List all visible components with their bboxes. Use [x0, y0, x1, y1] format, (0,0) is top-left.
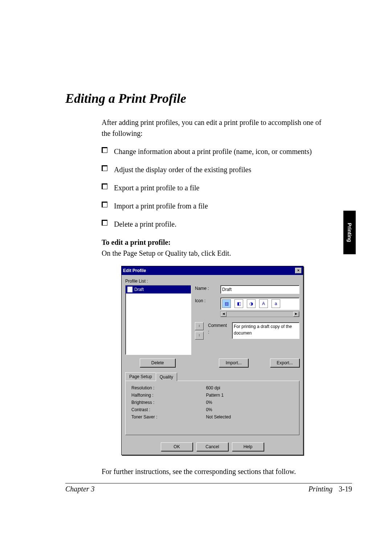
- footer-section: Printing: [309, 485, 333, 493]
- comment-field[interactable]: For printing a draft copy of the documen: [232, 322, 299, 339]
- move-up-button[interactable]: ↕: [195, 322, 204, 330]
- export-button[interactable]: Export...: [270, 358, 299, 367]
- profile-icon-option[interactable]: ◑: [247, 299, 256, 308]
- import-button[interactable]: Import...: [219, 358, 248, 367]
- bullet-text: Delete a print profile.: [114, 220, 176, 228]
- profile-icon-option[interactable]: A: [259, 299, 268, 308]
- profile-listbox[interactable]: Draft: [125, 285, 191, 355]
- scroll-right-icon[interactable]: ►: [293, 312, 299, 317]
- dialog-title: Edit Profile: [123, 267, 146, 274]
- close-icon[interactable]: ×: [295, 268, 302, 274]
- bullet-text: Export a print profile to a file: [114, 184, 199, 192]
- setting-label: Resolution :: [130, 385, 204, 391]
- bullet-icon: [102, 183, 107, 189]
- profile-icon-option[interactable]: a: [271, 299, 280, 308]
- profile-list-label: Profile List :: [125, 278, 299, 284]
- cancel-button[interactable]: Cancel: [196, 442, 228, 451]
- to-edit-instruction: On the Page Setup or Quality tab, click …: [102, 248, 323, 259]
- document-icon: [127, 286, 133, 293]
- profile-icon-option[interactable]: ▤: [222, 299, 231, 308]
- ok-button[interactable]: OK: [161, 442, 193, 451]
- to-edit-heading: To edit a print profile:: [102, 237, 323, 248]
- bullet-text: Import a print profile from a file: [114, 202, 208, 210]
- name-label: Name :: [195, 286, 209, 291]
- setting-label: Halftoning :: [130, 392, 204, 398]
- intro-paragraph: After adding print profiles, you can edi…: [102, 117, 323, 139]
- edit-profile-dialog: Edit Profile × Profile List : Draft Name…: [121, 266, 303, 455]
- bullet-icon: [102, 165, 107, 171]
- bullet-icon: [102, 220, 107, 226]
- icon-picker[interactable]: ▤ ◧ ◑ A a: [220, 297, 299, 310]
- setting-value: 600 dpi: [204, 385, 295, 391]
- delete-button[interactable]: Delete: [140, 358, 175, 367]
- quality-panel: Resolution :600 dpi Halftoning :Pattern …: [125, 381, 299, 435]
- bullet-list: Change information about a print profile…: [102, 146, 323, 230]
- tab-page-setup[interactable]: Page Setup: [125, 372, 156, 381]
- footer-chapter: Chapter 3: [65, 485, 95, 493]
- tab-quality[interactable]: Quality: [156, 373, 177, 381]
- closing-paragraph: For further instructions, see the corres…: [102, 466, 323, 477]
- scroll-left-icon[interactable]: ◄: [221, 312, 226, 317]
- help-button[interactable]: Help: [232, 442, 264, 451]
- bullet-icon: [102, 147, 107, 153]
- setting-value: 0%: [204, 406, 295, 413]
- comment-label: Comment :: [208, 323, 227, 335]
- icon-label: Icon :: [195, 298, 205, 303]
- profile-icon-option[interactable]: ◧: [234, 299, 243, 308]
- setting-label: Contrast :: [130, 406, 204, 413]
- setting-label: Brightness :: [130, 399, 204, 406]
- setting-value: Pattern 1: [204, 392, 295, 398]
- setting-label: Toner Saver :: [130, 414, 204, 420]
- bullet-icon: [102, 202, 107, 207]
- name-field[interactable]: Draft: [220, 285, 299, 294]
- bullet-text: Change information about a print profile…: [114, 147, 312, 155]
- setting-value: Not Selected: [204, 414, 295, 420]
- setting-value: 0%: [204, 399, 295, 406]
- page-heading: Editing a Print Profile: [65, 91, 352, 106]
- icon-scrollbar[interactable]: ◄ ►: [220, 311, 299, 317]
- footer-page-number: 3-19: [339, 485, 352, 493]
- bullet-text: Adjust the display order of the existing…: [114, 166, 251, 174]
- profile-list-item: Draft: [134, 286, 144, 293]
- move-down-button[interactable]: ↕: [195, 332, 204, 340]
- section-tab: Printing: [343, 211, 356, 254]
